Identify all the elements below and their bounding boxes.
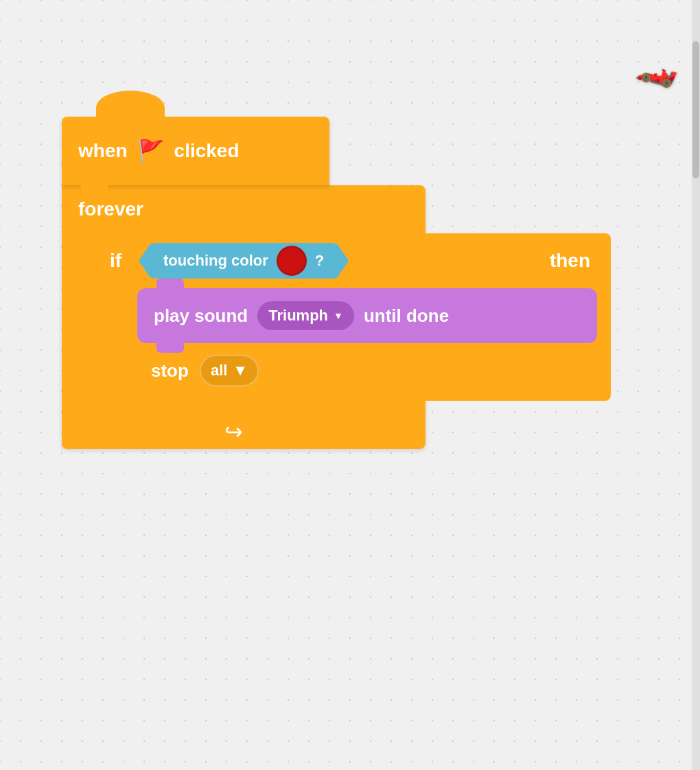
when-clicked-block[interactable]: when 🚩 clicked	[62, 117, 329, 185]
play-sound-label: play sound	[154, 305, 248, 327]
forever-header: forever	[62, 185, 425, 233]
stop-option: all	[211, 362, 227, 380]
sound-dropdown[interactable]: Triumph ▼	[257, 301, 354, 330]
stop-dropdown[interactable]: all ▼	[200, 355, 259, 386]
forever-block[interactable]: forever if touching color ? then	[62, 185, 425, 449]
stop-dropdown-arrow-icon: ▼	[233, 362, 248, 380]
clicked-label: clicked	[174, 140, 240, 162]
play-sound-block[interactable]: play sound Triumph ▼ until done	[137, 288, 597, 343]
color-circle[interactable]	[277, 246, 307, 276]
forever-body: if touching color ? then play	[96, 233, 419, 410]
flag-icon: 🚩	[137, 138, 165, 164]
if-then-container: if touching color ? then play	[96, 233, 419, 401]
forever-bottom-cap: ↩	[62, 415, 405, 449]
scrollbar[interactable]	[692, 0, 700, 770]
scrollbar-thumb[interactable]	[692, 41, 699, 178]
loop-arrow-icon: ↩	[224, 419, 243, 445]
then-label: then	[550, 250, 597, 272]
if-label: if	[110, 250, 130, 272]
stop-label: stop	[151, 360, 189, 382]
forever-label: forever	[78, 198, 143, 220]
blocks-container: when 🚩 clicked forever if touching color…	[62, 117, 425, 449]
if-block-right-cap	[419, 364, 556, 401]
touching-color-block[interactable]: touching color ?	[139, 243, 349, 279]
when-label: when	[78, 140, 128, 162]
sound-name: Triumph	[268, 307, 328, 325]
touching-color-text: touching color	[163, 252, 268, 270]
until-done-label: until done	[364, 305, 449, 327]
dropdown-arrow-icon: ▼	[334, 310, 343, 321]
question-mark: ?	[315, 252, 324, 270]
stop-block[interactable]: stop all ▼	[137, 347, 336, 394]
